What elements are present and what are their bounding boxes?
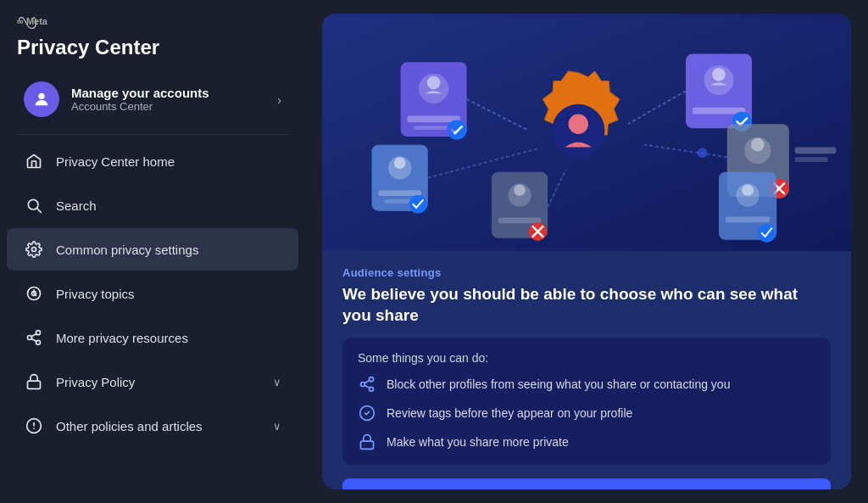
block-icon [358, 375, 376, 394]
svg-line-11 [31, 333, 36, 336]
accounts-main-label: Manage your accounts [71, 86, 209, 100]
sidebar-nav: Privacy Center home Search Common privac… [0, 140, 305, 447]
sidebar-item-home[interactable]: Privacy Center home [7, 140, 298, 182]
avatar [24, 81, 59, 117]
svg-point-54 [742, 184, 754, 196]
sidebar-item-policy-label: Privacy Policy [56, 375, 135, 389]
svg-text:∞ Meta: ∞ Meta [17, 16, 48, 26]
svg-point-48 [751, 138, 765, 152]
svg-point-24 [427, 76, 441, 90]
svg-point-4 [32, 248, 36, 252]
svg-line-68 [364, 381, 370, 383]
svg-point-62 [446, 126, 454, 135]
svg-line-67 [364, 386, 370, 388]
thing-text-0: Block other profiles from seeing what yo… [387, 377, 730, 391]
sidebar-item-topics[interactable]: Privacy topics [7, 272, 298, 315]
svg-line-10 [31, 338, 36, 341]
gear-icon [24, 239, 44, 260]
thing-item-2: Make what you share more private [358, 433, 815, 451]
svg-rect-46 [795, 157, 828, 162]
svg-point-36 [409, 195, 426, 213]
hero-illustration [322, 14, 851, 251]
main-content: Audience settings We believe you should … [305, 0, 868, 503]
divider [17, 134, 288, 135]
thing-text-1: Review tags before they appear on your p… [387, 406, 632, 420]
shield-icon [24, 283, 44, 304]
sidebar-item-other[interactable]: Other policies and articles ∨ [7, 405, 298, 447]
svg-rect-55 [726, 216, 771, 222]
sidebar-item-search[interactable]: Search [7, 184, 298, 226]
share-icon [24, 327, 44, 348]
sidebar-item-common-label: Common privacy settings [56, 243, 198, 257]
section-label: Audience settings [342, 266, 831, 279]
sidebar-item-search-label: Search [56, 198, 97, 213]
lock-icon [24, 372, 44, 392]
chevron-right-icon: › [277, 92, 281, 107]
svg-line-3 [37, 209, 42, 213]
things-box: Some things you can do: Block other prof… [342, 338, 831, 465]
home-icon [24, 151, 44, 171]
thing-item-1: Review tags before they appear on your p… [358, 404, 815, 422]
sidebar-item-resources[interactable]: More privacy resources [7, 316, 298, 359]
info-icon [24, 416, 44, 436]
private-icon [358, 433, 376, 451]
manage-audience-button[interactable]: Manage audience settings [342, 478, 831, 489]
accounts-sub-label: Accounts Center [71, 100, 209, 113]
sidebar-item-other-label: Other policies and articles [56, 419, 203, 433]
sidebar-title: Privacy Center [0, 32, 305, 73]
svg-point-39 [514, 184, 526, 196]
thing-text-2: Make what you share more private [387, 435, 569, 449]
content-body: Audience settings We believe you should … [322, 251, 851, 489]
chevron-down-icon: ∨ [273, 376, 281, 388]
svg-rect-40 [498, 217, 542, 223]
content-card: Audience settings We believe you should … [322, 14, 851, 489]
svg-point-1 [38, 93, 44, 99]
svg-rect-45 [795, 148, 837, 154]
sidebar-item-home-label: Privacy Center home [56, 154, 175, 169]
chevron-down-icon-2: ∨ [273, 420, 281, 433]
svg-rect-12 [28, 381, 41, 388]
section-heading: We believe you should be able to choose … [342, 284, 831, 326]
thing-item-0: Block other profiles from seeing what yo… [358, 375, 815, 394]
tag-icon [358, 404, 376, 422]
sidebar-item-resources-label: More privacy resources [56, 331, 188, 345]
svg-point-29 [712, 68, 726, 81]
svg-rect-34 [378, 190, 421, 196]
sidebar-item-common[interactable]: Common privacy settings [7, 228, 298, 271]
sidebar-item-policy[interactable]: Privacy Policy ∨ [7, 360, 298, 403]
sidebar-item-topics-label: Privacy topics [56, 287, 135, 301]
accounts-center-item[interactable]: Manage your accounts Accounts Center › [7, 73, 298, 126]
meta-logo: ∞ Meta [0, 14, 305, 32]
search-icon [24, 195, 44, 215]
svg-point-33 [394, 157, 406, 169]
svg-point-63 [698, 148, 708, 159]
svg-point-19 [569, 115, 588, 134]
sidebar: ∞ Meta Privacy Center Manage your accoun… [0, 0, 305, 503]
svg-rect-70 [361, 442, 374, 450]
things-title: Some things you can do: [358, 351, 815, 365]
accounts-text: Manage your accounts Accounts Center [71, 86, 209, 113]
